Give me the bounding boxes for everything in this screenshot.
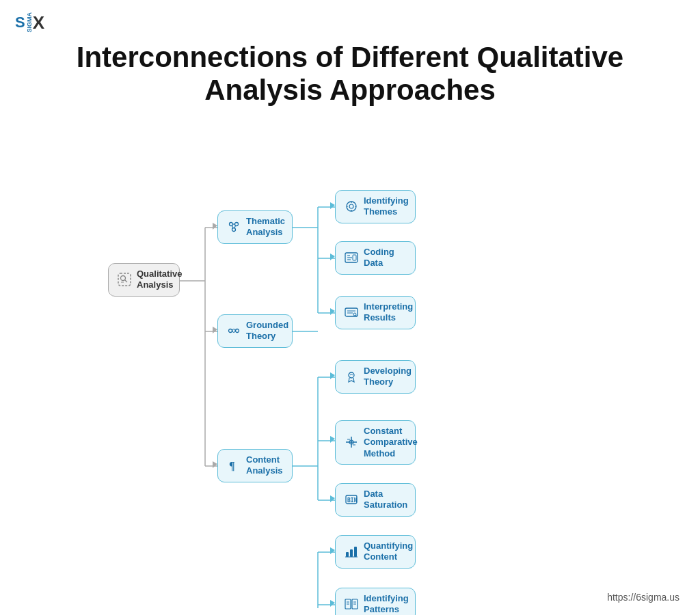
logo-x: X: [33, 14, 44, 31]
developing-theory-icon: [344, 369, 359, 384]
diagram: Qualitative Analysis Thematic Analysis: [0, 157, 700, 608]
logo-sigma: SIGMA: [27, 12, 33, 33]
identifying-themes-icon: [344, 199, 359, 214]
developing-theory-node: Developing Theory: [335, 360, 416, 394]
svg-marker-30: [213, 327, 217, 333]
svg-rect-69: [346, 552, 349, 557]
svg-marker-10: [330, 202, 335, 209]
quantifying-content-icon: [344, 544, 359, 559]
interpreting-results-node: Interpreting Results: [335, 296, 416, 329]
svg-point-37: [235, 223, 239, 226]
content-analysis-label: Content Analysis: [246, 454, 284, 477]
coding-data-label: Coding Data: [364, 247, 407, 269]
logo: S SIGMA X: [15, 12, 44, 33]
thematic-icon: [226, 219, 241, 234]
interpreting-results-icon: [344, 305, 359, 320]
grounded-theory-label: Grounded Theory: [246, 320, 288, 342]
svg-text:BIN: BIN: [347, 497, 358, 504]
svg-point-43: [236, 329, 239, 333]
identifying-patterns-icon: [344, 597, 359, 612]
quantifying-content-label: Quantifying Content: [364, 541, 413, 563]
constant-comparative-label: Constant Comparative Method: [364, 426, 418, 459]
svg-line-40: [232, 226, 234, 228]
svg-marker-20: [330, 495, 335, 502]
thematic-analysis-node: Thematic Analysis: [217, 210, 293, 244]
svg-marker-27: [330, 600, 335, 607]
center-node-label: Qualitative Analysis: [137, 269, 182, 291]
svg-rect-70: [350, 549, 353, 557]
identifying-patterns-label: Identifying Patterns: [364, 593, 409, 615]
qualitative-analysis-icon: [117, 272, 132, 287]
content-analysis-icon: ¶: [226, 458, 241, 473]
content-analysis-node: ¶ Content Analysis: [217, 449, 293, 482]
svg-point-46: [349, 204, 353, 208]
svg-point-33: [121, 276, 126, 281]
svg-point-38: [232, 228, 236, 232]
identifying-themes-label: Identifying Themes: [364, 195, 409, 218]
svg-marker-29: [213, 223, 217, 230]
quantifying-content-node: Quantifying Content: [335, 535, 416, 569]
svg-line-41: [234, 226, 236, 228]
svg-marker-31: [213, 461, 217, 468]
svg-marker-18: [330, 372, 335, 379]
svg-marker-19: [330, 436, 335, 443]
svg-point-42: [229, 329, 232, 333]
svg-rect-71: [354, 547, 357, 557]
data-saturation-icon: BIN: [344, 492, 359, 507]
svg-point-61: [349, 372, 354, 378]
constant-comparative-node: Constant Comparative Method: [335, 420, 416, 465]
svg-text:¶: ¶: [229, 460, 235, 472]
grounded-theory-node: Grounded Theory: [217, 314, 293, 348]
svg-marker-11: [330, 254, 335, 260]
constant-comparative-icon: [344, 435, 359, 450]
data-saturation-label: Data Saturation: [364, 489, 407, 511]
thematic-analysis-label: Thematic Analysis: [246, 216, 285, 238]
logo-s: S: [15, 15, 25, 30]
coding-data-node: Coding Data: [335, 241, 416, 275]
svg-rect-32: [118, 273, 131, 286]
svg-rect-55: [353, 255, 356, 260]
grounded-theory-icon: [226, 323, 241, 338]
developing-theory-label: Developing Theory: [364, 366, 412, 388]
center-node: Qualitative Analysis: [108, 263, 180, 297]
coding-data-icon: [344, 250, 359, 265]
identifying-patterns-node: Identifying Patterns: [335, 588, 416, 615]
data-saturation-node: BIN Data Saturation: [335, 483, 416, 517]
svg-point-45: [347, 202, 356, 211]
identifying-themes-node: Identifying Themes: [335, 190, 416, 223]
interpreting-results-label: Interpreting Results: [364, 301, 413, 324]
svg-marker-26: [330, 547, 335, 554]
watermark: https://6sigma.us: [607, 592, 679, 603]
svg-point-36: [230, 223, 233, 226]
page-title: Interconnections of Different Qualitativ…: [0, 0, 700, 107]
svg-marker-12: [330, 308, 335, 315]
svg-line-34: [125, 280, 128, 283]
